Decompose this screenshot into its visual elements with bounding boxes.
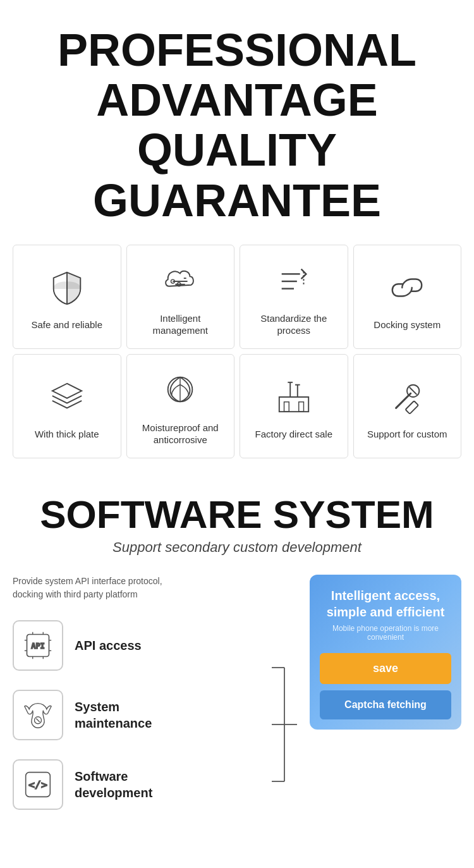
card-label: Standardize the process: [246, 312, 341, 337]
software-left: Provide system API interface protocol, d…: [13, 575, 297, 829]
grid-row-1: Safe and reliable Intelligent management: [13, 245, 461, 349]
cloud-settings-icon: [158, 259, 202, 303]
grid-row-2: With thick plate Moistureproof and antic…: [13, 354, 461, 458]
svg-rect-14: [284, 401, 289, 411]
software-title: SOFTWARE SYSTEM: [13, 495, 461, 534]
svg-rect-13: [279, 397, 308, 412]
svg-text:API: API: [31, 641, 45, 650]
features-with-bracket: API API access: [13, 620, 297, 829]
feature-dev: </> Software development: [13, 759, 272, 810]
svg-marker-10: [52, 383, 82, 398]
svg-line-36: [36, 718, 40, 722]
shield-icon: [45, 266, 89, 310]
svg-text:</>: </>: [28, 778, 47, 790]
card-safe-reliable: Safe and reliable: [13, 245, 121, 349]
card-docking-system: Docking system: [353, 245, 462, 349]
link-icon: [385, 266, 429, 310]
leaf-icon: [158, 369, 202, 413]
bracket-svg: [272, 636, 297, 813]
feature-label: API access: [75, 637, 142, 654]
tools-icon: [385, 375, 429, 419]
software-description: Provide system API interface protocol, d…: [13, 575, 297, 601]
header-section: PROFESSIONAL ADVANTAGE QUALITY GUARANTEE: [0, 0, 474, 245]
save-button[interactable]: save: [320, 653, 451, 684]
panel-sub-title: Mobile phone operation is more convenien…: [320, 624, 451, 642]
layers-icon: [45, 375, 89, 419]
panel-card: Intelligent access, simple and efficient…: [310, 575, 461, 730]
card-label: Docking system: [374, 319, 441, 331]
code-icon: </>: [23, 770, 52, 799]
code-icon-box: </>: [13, 759, 63, 810]
card-label: Factory direct sale: [255, 428, 332, 441]
card-intelligent-management: Intelligent management: [126, 245, 235, 349]
feature-api: API API access: [13, 620, 272, 671]
svg-rect-15: [298, 401, 303, 411]
header-title: PROFESSIONAL ADVANTAGE QUALITY GUARANTEE: [13, 25, 461, 226]
card-thick-plate: With thick plate: [13, 354, 121, 458]
maintenance-icon: [23, 700, 52, 730]
captcha-button[interactable]: Captcha fetching: [320, 690, 451, 719]
card-label: Intelligent management: [133, 312, 228, 337]
card-standardize-process: Standardize the process: [240, 245, 348, 349]
api-icon: API: [23, 631, 52, 660]
factory-icon: [272, 375, 316, 419]
card-support-custom: Support for custom: [353, 354, 462, 458]
panel-main-title: Intelligent access, simple and efficient: [320, 587, 451, 620]
software-content: Provide system API interface protocol, d…: [13, 575, 461, 829]
feature-list: API API access: [13, 620, 272, 829]
card-label: Safe and reliable: [31, 319, 102, 331]
maintenance-icon-box: [13, 690, 63, 740]
bracket-connector: [272, 620, 297, 829]
process-icon: [272, 259, 316, 303]
card-moistureproof: Moistureproof and anticorrosive: [126, 354, 235, 458]
grid-section: Safe and reliable Intelligent management: [0, 245, 474, 476]
feature-label: System maintenance: [75, 699, 152, 731]
svg-rect-24: [406, 401, 419, 414]
software-right-panel: Intelligent access, simple and efficient…: [310, 575, 461, 730]
feature-label: Software development: [75, 768, 152, 801]
card-label: Moistureproof and anticorrosive: [133, 422, 228, 446]
feature-maintenance: System maintenance: [13, 690, 272, 740]
card-factory-direct: Factory direct sale: [240, 354, 348, 458]
card-label: Support for custom: [367, 428, 447, 441]
card-label: With thick plate: [35, 428, 99, 441]
software-subtitle: Support secondary custom development: [13, 539, 461, 556]
api-icon-box: API: [13, 620, 63, 671]
software-section: SOFTWARE SYSTEM Support secondary custom…: [0, 476, 474, 841]
